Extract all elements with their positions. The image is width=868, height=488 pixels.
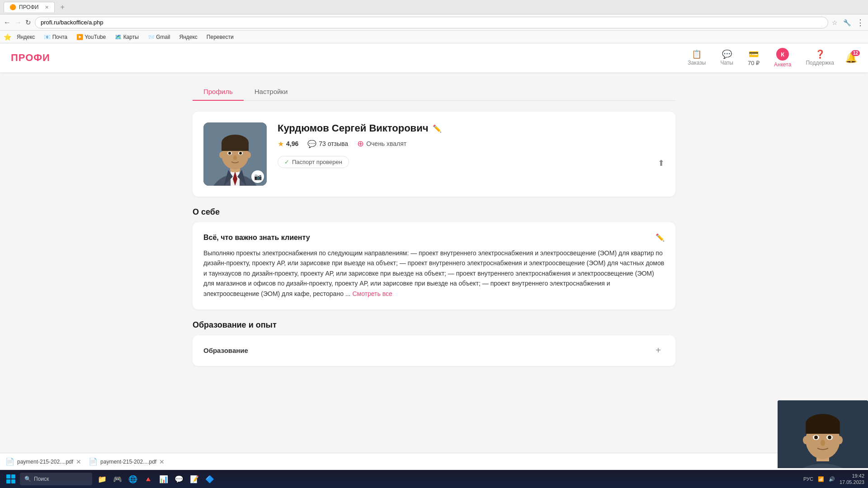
- bookmarks-icon: ⭐: [4, 33, 11, 41]
- balance-icon: 💳: [748, 50, 759, 59]
- new-tab-button[interactable]: +: [57, 1, 68, 13]
- active-tab[interactable]: 🟠 ПРОФИ ✕: [4, 2, 55, 12]
- profile-stats: ★ 4,96 💬 73 отзыва ⊕ Очень хвалят: [278, 139, 665, 149]
- about-section-title: О себе: [193, 207, 675, 217]
- about-header: Всё, что важно знать клиенту ✏️: [203, 233, 665, 242]
- app-logo: ПРОФИ: [11, 52, 50, 64]
- education-header: Образование +: [203, 344, 665, 357]
- praise-icon: ⊕: [357, 139, 364, 149]
- nav-balance-label: 70 ₽: [748, 60, 760, 66]
- change-photo-button[interactable]: 📷: [251, 170, 264, 183]
- nav-balance[interactable]: 💳 70 ₽: [748, 50, 760, 66]
- browser-tabs: 🟠 ПРОФИ ✕ +: [0, 0, 868, 14]
- user-avatar: К: [776, 48, 789, 61]
- svg-point-12: [239, 152, 242, 155]
- star-icon: ★: [278, 140, 284, 148]
- tab-title: ПРОФИ: [19, 4, 38, 10]
- tab-settings[interactable]: Настройки: [244, 83, 299, 101]
- browser-toolbar: ← → ↻ ☆ 🔧 ⋮: [0, 14, 868, 31]
- extensions-icon[interactable]: 🔧: [843, 19, 851, 26]
- back-button[interactable]: ←: [4, 19, 11, 27]
- praise-text: Очень хвалят: [366, 140, 406, 147]
- nav-chats[interactable]: 💬 Чаты: [720, 50, 733, 66]
- education-section-title: Образование и опыт: [193, 320, 675, 330]
- svg-point-14: [219, 152, 224, 158]
- education-section: Образование и опыт Образование +: [193, 320, 675, 366]
- reviews-icon: 💬: [307, 140, 316, 148]
- bookmarks-bar: ⭐ Яндекс 📧 Почта ▶️ YouTube 🗺️ Карты 📨 G…: [0, 31, 868, 43]
- nav-profile-label: Анкета: [774, 61, 791, 68]
- passport-label: Паспорт проверен: [292, 159, 342, 165]
- svg-point-15: [246, 152, 251, 158]
- nav-support[interactable]: ❓ Поддержка: [806, 50, 834, 66]
- tab-profile[interactable]: Профиль: [193, 83, 244, 101]
- main-nav: 📋 Заказы 💬 Чаты 💳 70 ₽ К Анкета ❓ Поддер…: [688, 48, 834, 68]
- svg-point-11: [228, 152, 231, 155]
- reviews-stat[interactable]: 💬 73 отзыва: [307, 140, 348, 148]
- rating-value: 4,96: [286, 140, 298, 147]
- camera-icon: 📷: [254, 173, 262, 180]
- menu-icon[interactable]: ⋮: [856, 18, 864, 28]
- profile-tabs: Профиль Настройки: [193, 83, 675, 101]
- rating-stat: ★ 4,96: [278, 140, 298, 148]
- add-education-button[interactable]: +: [652, 344, 665, 357]
- url-input[interactable]: [35, 17, 828, 28]
- svg-point-13: [233, 155, 237, 160]
- nav-chats-label: Чаты: [720, 60, 733, 66]
- profile-card: 📷 Курдюмов Сергей Викторович ✏️ ★ 4,96 💬…: [193, 112, 675, 197]
- education-title: Образование: [203, 347, 248, 354]
- bookmark-yandex2[interactable]: Яндекс: [176, 33, 201, 41]
- tab-close-icon[interactable]: ✕: [45, 5, 49, 10]
- about-card: Всё, что важно знать клиенту ✏️ Выполняю…: [193, 222, 675, 310]
- upload-button[interactable]: ⬆: [658, 158, 665, 168]
- bookmark-yandex[interactable]: Яндекс: [13, 33, 38, 41]
- app-header: ПРОФИ 📋 Заказы 💬 Чаты 💳 70 ₽ К Анкета ❓ …: [0, 43, 868, 72]
- bookmark-mail[interactable]: 📧 Почта: [40, 33, 71, 41]
- edit-about-button[interactable]: ✏️: [656, 233, 665, 242]
- bookmark-gmail[interactable]: 📨 Gmail: [144, 33, 174, 41]
- avatar-wrap: 📷: [203, 122, 267, 186]
- about-card-title: Всё, что важно знать клиенту: [203, 234, 310, 242]
- profile-name: Курдюмов Сергей Викторович: [278, 122, 428, 134]
- bookmark-youtube[interactable]: ▶️ YouTube: [73, 33, 109, 41]
- page-content: Профиль Настройки: [185, 72, 683, 388]
- nav-orders-label: Заказы: [688, 60, 706, 66]
- support-icon: ❓: [815, 50, 826, 59]
- bookmark-maps[interactable]: 🗺️ Карты: [111, 33, 142, 41]
- notification-button[interactable]: 🔔 12: [845, 52, 857, 64]
- praise-stat: ⊕ Очень хвалят: [357, 139, 406, 149]
- check-icon: ✓: [284, 159, 289, 165]
- chats-icon: 💬: [722, 50, 732, 59]
- nav-support-label: Поддержка: [806, 60, 834, 66]
- profile-info: Курдюмов Сергей Викторович ✏️ ★ 4,96 💬 7…: [278, 122, 665, 168]
- orders-icon: 📋: [691, 50, 702, 59]
- notification-badge: 12: [851, 50, 860, 56]
- forward-button[interactable]: →: [14, 19, 22, 27]
- bookmark-star-icon[interactable]: ☆: [832, 19, 838, 26]
- see-all-link[interactable]: Смотреть все: [352, 290, 392, 297]
- education-card: Образование +: [193, 335, 675, 366]
- nav-orders[interactable]: 📋 Заказы: [688, 50, 706, 66]
- passport-verified-badge: ✓ Паспорт проверен: [278, 156, 349, 168]
- edit-name-button[interactable]: ✏️: [433, 124, 442, 133]
- reviews-count: 73 отзыва: [319, 140, 348, 147]
- tab-favicon: 🟠: [9, 4, 16, 10]
- nav-profile[interactable]: К Анкета: [774, 48, 791, 68]
- profile-name-row: Курдюмов Сергей Викторович ✏️: [278, 122, 665, 134]
- reload-button[interactable]: ↻: [25, 19, 31, 27]
- svg-rect-8: [222, 143, 249, 151]
- about-text: Выполняю проекты электроснабжения по сле…: [203, 248, 665, 299]
- bookmark-translate[interactable]: Перевести: [203, 33, 237, 41]
